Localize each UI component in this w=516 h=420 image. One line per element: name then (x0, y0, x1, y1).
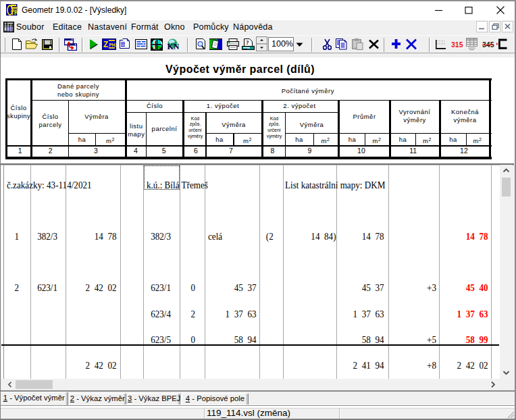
svg-text:?: ? (246, 39, 249, 46)
svg-text:KN: KN (167, 42, 180, 51)
svg-text:Z: Z (103, 40, 108, 49)
svg-text:TR: TR (11, 9, 18, 16)
svg-text:PH2: PH2 (109, 43, 117, 47)
